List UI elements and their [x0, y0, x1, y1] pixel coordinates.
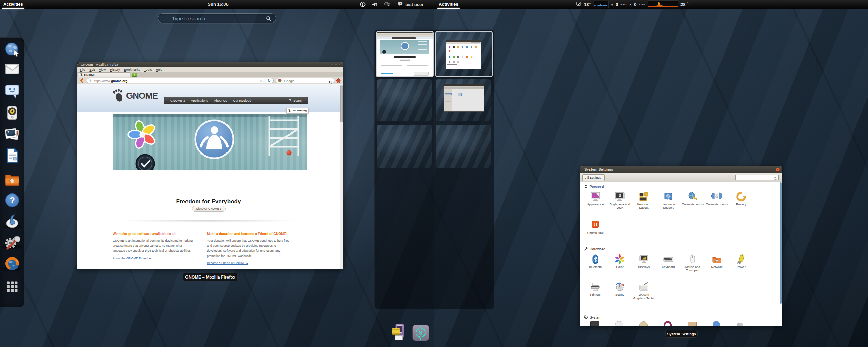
clock-menu[interactable]: Sun 16:06 [203, 0, 233, 9]
accessibility-icon[interactable] [360, 2, 366, 8]
settings-item-keyboard-layout[interactable]: Keyboard Layout [633, 191, 655, 210]
settings-item-printers[interactable]: Printers [584, 282, 607, 297]
menu-tools[interactable]: Tools [144, 68, 152, 72]
settings-item-online-accounts-2[interactable]: Online Accounts [706, 191, 728, 206]
settings-item-displays[interactable]: Displays [633, 254, 655, 269]
settings-item-power[interactable]: Power [730, 254, 752, 269]
displays-offline-icon[interactable] [384, 2, 390, 8]
settings-item-keyboard[interactable]: Keyboard [657, 254, 679, 269]
dash-item-email-icon[interactable] [4, 61, 20, 77]
dash-item-system-tools-icon[interactable] [4, 234, 20, 250]
nav-about-us[interactable]: About Us [214, 99, 227, 102]
menu-bookmarks[interactable]: Bookmarks [124, 68, 140, 72]
system-item-partial [590, 321, 599, 326]
settings-item-language-support[interactable]: Language Support [657, 191, 679, 210]
friend-of-gnome-link[interactable]: Become a Friend of GNOME ▸ [207, 261, 248, 265]
menu-edit[interactable]: Edit [89, 68, 95, 72]
dash-item-home-folder-icon[interactable] [4, 172, 20, 188]
window-title: System Settings [580, 166, 782, 173]
workspace-thumbnail-1-left[interactable] [376, 31, 434, 77]
dash-item-banshee-icon[interactable] [4, 213, 20, 229]
all-settings-button[interactable]: All Settings [582, 174, 605, 181]
scrollbar-thumb[interactable] [340, 85, 343, 122]
settings-item-wacom[interactable]: Wacom Graphics Tablet [633, 282, 655, 300]
bookmark-star-icon[interactable]: ☆▾ [260, 79, 264, 83]
settings-item-color[interactable]: Color [609, 254, 631, 269]
mini-settings-preview [446, 40, 481, 69]
nav-gnome3[interactable]: GNOME 3 [170, 99, 185, 102]
site-search[interactable]: Search [285, 97, 308, 104]
chevron-up-icon: ∧ [629, 3, 632, 6]
settings-item-network[interactable]: Network [706, 254, 728, 269]
minimize-button[interactable] [332, 64, 334, 66]
top-bar: Activities Sun 16:06 test user Activitie… [0, 0, 868, 9]
menu-history[interactable]: History [110, 68, 120, 72]
nav-applications[interactable]: Applications [191, 99, 208, 102]
dash-item-music-icon[interactable] [4, 105, 20, 121]
about-gnome-link[interactable]: About the GNOME Project ▸ [113, 257, 151, 260]
bookmark-gnome-org[interactable]: GNOME.org [286, 108, 309, 114]
tray-synergy-icon[interactable]: S [412, 325, 429, 341]
settings-titlebar: System Settings ✕ [580, 166, 782, 173]
settings-item-ubuntu-one[interactable]: U Ubuntu One [584, 220, 607, 235]
activities-button-right[interactable]: Activities [435, 0, 462, 9]
activities-button-left[interactable]: Activities [0, 0, 26, 9]
search-icon [266, 16, 271, 23]
close-icon[interactable]: ✕ [776, 168, 780, 172]
workspace-thumbnail-2-left[interactable] [377, 79, 432, 121]
dash-item-help-icon[interactable]: ? [4, 192, 20, 208]
settings-window-label: System Settings [665, 330, 698, 338]
url-bar[interactable]: https://www.gnome.org ☆▾ ↻ [87, 78, 274, 83]
settings-item-mouse-touchpad[interactable]: Mouse and Touchpad [682, 254, 704, 272]
settings-item-sound[interactable]: Sound [609, 282, 631, 297]
page-scrollbar[interactable] [340, 84, 343, 269]
menu-file[interactable]: File [80, 68, 85, 72]
reload-icon[interactable]: ↻ [268, 79, 271, 83]
workspace-thumbnail-3-left[interactable] [377, 125, 432, 168]
firefox-window[interactable]: GNOME - Mozilla Firefox File Edit View H… [77, 62, 343, 269]
home-button[interactable] [336, 78, 341, 85]
settings-item-privacy[interactable]: Privacy [730, 191, 752, 206]
web-search-field[interactable]: ▾ [276, 78, 334, 83]
maximize-button[interactable] [335, 64, 337, 66]
wrench-icon [584, 247, 588, 251]
settings-item-online-accounts[interactable]: Online Accounts [682, 191, 704, 206]
discover-gnome3-button[interactable]: Discover GNOME 3 [192, 206, 226, 212]
site-logo[interactable]: GNOME [112, 89, 158, 102]
mini-firefox-preview [377, 32, 433, 76]
cpu-graph [594, 1, 609, 8]
dash-item-firefox-icon[interactable] [4, 256, 20, 272]
new-tab-button[interactable]: + [132, 73, 137, 77]
workspace-thumbnail-1-right[interactable] [435, 31, 493, 77]
memory-card [392, 328, 400, 335]
search-engine-dropdown[interactable]: ▾ [281, 79, 283, 82]
workspace-thumbnail-3-right[interactable] [436, 125, 491, 168]
dash-item-chat-icon[interactable] [4, 83, 20, 99]
menu-view[interactable]: View [99, 68, 106, 72]
settings-scrollbar[interactable] [780, 182, 782, 304]
section-personal: Personal [584, 184, 604, 189]
dash-item-web-browser[interactable] [4, 41, 20, 58]
system-monitor-applet[interactable]: 13% ∨ 0 KiB/s ∧ 0 KiB/s 28 °C [576, 0, 690, 9]
tab-gnome[interactable]: GNOME [78, 72, 130, 77]
search-input[interactable] [158, 14, 276, 23]
dash-item-application-grid-icon[interactable] [6, 280, 19, 293]
close-button[interactable] [338, 64, 340, 66]
web-search-input[interactable] [284, 79, 321, 83]
settings-item-appearance[interactable]: Appearance [584, 191, 607, 206]
settings-search-input[interactable] [736, 176, 772, 181]
user-menu[interactable]: test user [398, 0, 423, 9]
dash-item-writer-icon[interactable] [4, 147, 20, 164]
volume-icon[interactable] [372, 2, 377, 8]
nav-get-involved[interactable]: Get Involved [233, 99, 251, 102]
dash-item-photos-icon[interactable] [4, 126, 20, 142]
settings-item-brightness-lock[interactable]: Brightness and Lock [609, 191, 631, 210]
back-button[interactable] [79, 78, 85, 85]
tray-card-reader-icon[interactable] [392, 324, 406, 341]
settings-item-bluetooth[interactable]: Bluetooth [584, 254, 607, 269]
system-settings-window[interactable]: System Settings ✕ All Settings Personal … [580, 166, 782, 326]
system-item-partial [688, 322, 697, 326]
divider [118, 220, 299, 223]
menu-help[interactable]: Help [156, 68, 162, 72]
workspace-thumbnail-2-right[interactable] [436, 79, 491, 121]
